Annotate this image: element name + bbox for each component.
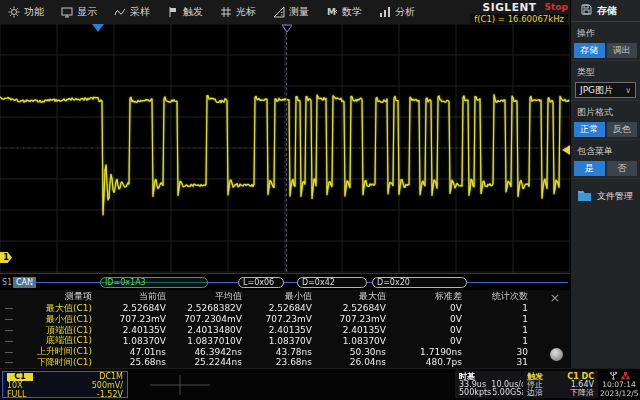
panel-header: 存储	[571, 0, 640, 22]
table-scroll-handle[interactable]	[550, 348, 563, 361]
measurement-value: 1.08370V	[242, 336, 312, 346]
col-header: 最大值	[312, 290, 386, 303]
gear-icon	[8, 6, 20, 18]
measurement-label: 下降时间(C1)	[18, 356, 92, 369]
format-option-0[interactable]: 正常	[574, 122, 605, 137]
trigger-level-marker[interactable]	[562, 145, 570, 155]
row-handle[interactable]: —	[0, 325, 18, 335]
channel1-probe: 10X	[7, 381, 65, 390]
display-icon	[61, 6, 73, 18]
measurement-value: 707.23mV	[312, 314, 386, 324]
menu-item-label: 触发	[183, 5, 203, 19]
col-header: 标准差	[386, 290, 462, 303]
measurement-value: 0V	[386, 314, 462, 324]
file-manager-button[interactable]: 文件管理	[571, 179, 640, 211]
trigger-type: 边沿	[527, 387, 561, 398]
menu-item-measure[interactable]: 测量	[273, 5, 309, 19]
clock: 10:07:14 2023/12/5	[600, 371, 638, 398]
type-dropdown[interactable]: JPG图片 ∨	[575, 82, 636, 98]
trigger-box[interactable]: 触发 C1 DC 停止 1.64V 边沿 下降沿	[523, 371, 598, 398]
menu-item-acquire[interactable]: 采样	[114, 5, 150, 19]
col-header: 平均值	[166, 290, 242, 303]
operation-option-0[interactable]: 存储	[574, 43, 605, 58]
menu-item-label: 数学	[342, 5, 362, 19]
measurement-value: 50.30ns	[312, 347, 386, 357]
row-handle[interactable]: —	[0, 303, 18, 313]
row-handle[interactable]: —	[0, 347, 18, 357]
measurement-value: 25.68ns	[92, 357, 166, 367]
measurement-value: 1.08370V	[312, 336, 386, 346]
measurement-value: 2.52684V	[242, 303, 312, 313]
measurement-value: 2.5268382V	[166, 303, 242, 313]
include-menu-label: 包含菜单	[574, 145, 637, 161]
add-channel-crosshair[interactable]	[150, 373, 210, 397]
measurement-value: 23.68ns	[242, 357, 312, 367]
format-label: 图片格式	[574, 106, 637, 122]
trigger-position-marker[interactable]	[281, 24, 293, 33]
menu-item-label: 光标	[236, 5, 256, 19]
measurement-value: 2.40135V	[92, 325, 166, 335]
menu-bar: 功能显示采样触发光标测量M数学分析 SIGLENT Stop f(C1) = 1…	[0, 0, 570, 24]
menu-item-label: 采样	[130, 5, 150, 19]
waveform-display[interactable]: 1	[0, 24, 570, 273]
menu-item-cursor[interactable]: 光标	[220, 5, 256, 19]
menu-item-trigger[interactable]: 触发	[167, 5, 203, 19]
menu-item-label: 功能	[24, 5, 44, 19]
channel1-status-box[interactable]: C1 DC1M 10X 500mV/ FULL -1.52V	[2, 371, 128, 398]
decode-frame-1: L=0x06	[238, 277, 284, 288]
measurement-value: 1	[462, 303, 528, 313]
include_menu-option-1[interactable]: 否	[607, 161, 638, 176]
lan-icon	[621, 371, 630, 380]
menu-item-analysis[interactable]: 分析	[379, 5, 415, 19]
chevron-down-icon: ∨	[625, 86, 631, 95]
measurement-value: 26.04ns	[312, 357, 386, 367]
date: 2023/12/5	[600, 389, 638, 398]
measurement-grid: 测量项当前值平均值最小值最大值标准差统计次数—最大值(C1)2.52684V2.…	[0, 290, 570, 368]
math-icon: M	[326, 6, 338, 18]
row-handle[interactable]: —	[0, 314, 18, 324]
measurement-value: 2.52684V	[312, 303, 386, 313]
type-section: 类型 JPG图片 ∨	[571, 61, 640, 101]
measurement-value: 480.7ps	[386, 357, 462, 367]
col-header: 统计次数	[462, 290, 528, 303]
oscilloscope-screen: 功能显示采样触发光标测量M数学分析 SIGLENT Stop f(C1) = 1…	[0, 0, 640, 400]
decode-bus-row: S1 CAN ID=0x1A3L=0x06D=0x42D=0x20	[0, 273, 570, 290]
col-header: 当前值	[92, 290, 166, 303]
row-handle[interactable]: —	[0, 357, 18, 367]
measurement-value: 31	[462, 357, 528, 367]
format-option-1[interactable]: 反色	[607, 122, 638, 137]
time: 10:07:14	[600, 380, 638, 389]
measurement-value: 2.40135V	[312, 325, 386, 335]
menu-item-label: 测量	[289, 5, 309, 19]
channel1-scale: 500mV/	[65, 381, 123, 390]
measurement-value: 1	[462, 314, 528, 324]
timebase-box[interactable]: 时基 33.9us 10.0us/div 500kpts 5.00GSa/s	[455, 371, 521, 398]
brand-logo: SIGLENT	[482, 1, 536, 13]
brand-block: SIGLENT Stop f(C1) = 16.60067kHz	[470, 1, 568, 24]
channel1-waveform	[0, 24, 570, 273]
measurement-value: 1.0837010V	[166, 336, 242, 346]
folder-icon	[577, 189, 592, 203]
measurement-value: 0V	[386, 336, 462, 346]
measurement-value: 0V	[386, 325, 462, 335]
include_menu-option-0[interactable]: 是	[574, 161, 605, 176]
measurement-value: 2.4013480V	[166, 325, 242, 335]
measurement-value: 707.2304mV	[166, 314, 242, 324]
measurement-value: 707.23mV	[242, 314, 312, 324]
menu-item-math[interactable]: M数学	[326, 5, 362, 19]
menu-item-utility[interactable]: 功能	[8, 5, 44, 19]
operation-section: 操作 存储调出	[571, 22, 640, 61]
type-value: JPG图片	[580, 84, 613, 97]
close-icon[interactable]: ×	[548, 292, 562, 305]
horizontal-reference-marker[interactable]	[92, 24, 104, 32]
menu-item-display[interactable]: 显示	[61, 5, 97, 19]
operation-option-1[interactable]: 调出	[607, 43, 638, 58]
row-handle[interactable]: —	[0, 336, 18, 346]
measurement-value: 2.40135V	[242, 325, 312, 335]
menu-item-label: 显示	[77, 5, 97, 19]
measurement-value: 1	[462, 325, 528, 335]
frequency-readout: f(C1) = 16.60067kHz	[470, 14, 568, 24]
measurement-value: 2.52684V	[92, 303, 166, 313]
measurement-value: 1.7190ns	[386, 347, 462, 357]
table-row: —下降时间(C1)25.68ns25.2244ns23.68ns26.04ns4…	[0, 357, 570, 368]
